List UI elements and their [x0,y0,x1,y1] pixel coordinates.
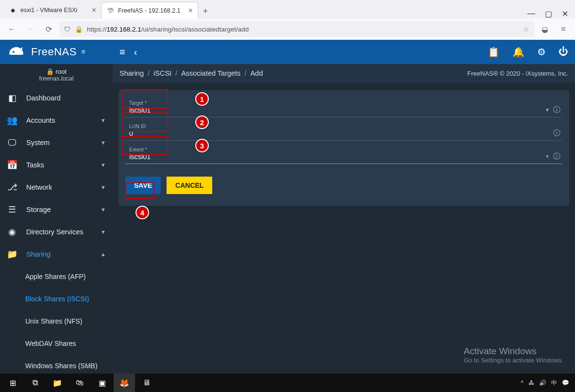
main: ≡ ‹ 📋 🔔 ⚙ ⏻ Sharing/ iSCSI/ Associated T… [113,40,575,374]
app-menu-icon[interactable]: ≡ [556,21,571,37]
content: Target * iscsi01 ▼ ⓘ LUN ID 0 ⓘ Extent * [113,82,575,374]
sidebar-item-sharing[interactable]: 📁Sharing▲ [0,243,113,265]
close-icon[interactable]: × [92,6,96,15]
target-value: iscsi01 [129,106,549,114]
tab-title: esxi1 - VMware ESXi [20,7,77,14]
bookmark-icon[interactable]: ☆ [523,25,529,33]
start-button[interactable]: ⊞ [2,374,23,392]
windows-activation-watermark: Activate Windows Go to Settings to activ… [464,346,563,364]
gear-icon[interactable]: ⚙ [537,46,546,58]
tasks-icon: 📅 [7,160,17,170]
address-row: ← → ⟳ 🛡 🔒 https://192.168.2.1/ui/sharing… [0,18,575,40]
sidebar-item-storage[interactable]: ☰Storage▼ [0,198,113,221]
browser-chrome: ◆ esxi1 - VMware ESXi × 🦈 FreeNAS - 192.… [0,0,575,40]
save-button[interactable]: SAVE [125,177,161,194]
forward-button[interactable]: → [22,21,38,37]
sidebar-item-system[interactable]: 🖵System▼ [0,131,113,154]
back-icon[interactable]: ‹ [134,47,137,58]
shield-icon: 🛡 [64,26,71,33]
chevron-down-icon: ▼ [101,184,106,190]
tray-volume-icon[interactable]: 🔊 [539,379,546,386]
tab-strip: ◆ esxi1 - VMware ESXi × 🦈 FreeNAS - 192.… [0,0,575,18]
nav: ◧Dashboard 👥Accounts▼ 🖵System▼ 📅Tasks▼ ⎇… [0,87,113,374]
system-icon: 🖵 [7,138,17,148]
tray-ime-icon[interactable]: 中 [551,379,557,387]
hostname: freenas.local [0,75,113,82]
chevron-down-icon: ▼ [101,229,106,235]
tray-network-icon[interactable]: 🖧 [528,379,534,386]
sidebar-sub-nfs[interactable]: Unix Shares (NFS) [0,310,113,332]
sidebar-item-network[interactable]: ⎇Network▼ [0,176,113,198]
brand[interactable]: FreeNAS® [0,40,113,64]
window-close-icon[interactable]: ✕ [562,9,568,18]
cancel-button[interactable]: CANCEL [167,177,212,194]
window-minimize-icon[interactable]: — [527,9,535,18]
network-icon: ⎇ [7,182,17,193]
sidebar-item-dashboard[interactable]: ◧Dashboard [0,87,113,109]
save-to-pocket-icon[interactable]: ◒ [537,21,553,37]
breadcrumb: Sharing/ iSCSI/ Associated Targets/ Add … [113,64,575,82]
lock-icon: 🔒 [46,68,54,75]
chevron-down-icon[interactable]: ▼ [545,154,550,159]
url-text: https://192.168.2.1/ui/sharing/iscsi/ass… [87,26,249,33]
help-icon[interactable]: ⓘ [553,129,560,138]
topbar: ≡ ‹ 📋 🔔 ⚙ ⏻ [113,40,575,64]
user-block: 🔒 root freenas.local [0,64,113,87]
directory-icon: ◉ [7,227,17,237]
vmware-favicon: ◆ [9,6,17,14]
system-tray[interactable]: ^ 🖧 🔊 中 💬 [521,379,573,387]
terminal-icon[interactable]: ▣ [91,374,113,392]
sidebar-sub-webdav[interactable]: WebDAV Shares [0,332,113,355]
sidebar-sub-smb[interactable]: Windows Shares (SMB) [0,355,113,374]
sidebar-item-accounts[interactable]: 👥Accounts▼ [0,109,113,131]
sidebar-sub-iscsi[interactable]: Block Shares (iSCSI) [0,288,113,310]
ms-store-icon[interactable]: 🛍 [69,374,90,392]
field-lunid[interactable]: LUN ID 0 ⓘ [125,121,562,141]
dashboard-icon: ◧ [7,93,17,103]
lunid-label: LUN ID [129,123,549,129]
tray-chevron-icon[interactable]: ^ [521,379,524,386]
crumb-add: Add [250,69,263,77]
field-extent[interactable]: Extent * iscsi01 ▼ ⓘ [125,145,562,164]
freenas-logo-icon [7,45,26,59]
tray-notifications-icon[interactable]: 💬 [562,379,569,386]
windows-taskbar: ⊞ ⧉ 📁 🛍 ▣ 🦊 🖥 ^ 🖧 🔊 中 💬 [0,374,575,392]
power-icon[interactable]: ⏻ [558,46,568,58]
chevron-down-icon: ▼ [101,162,106,168]
file-explorer-icon[interactable]: 📁 [47,374,68,392]
crumb-sharing[interactable]: Sharing [119,69,144,77]
url-bar[interactable]: 🛡 🔒 https://192.168.2.1/ui/sharing/iscsi… [59,21,534,37]
tab-title: FreeNAS - 192.168.2.1 [118,7,181,14]
vmware-icon[interactable]: 🖥 [136,374,157,392]
sidebar-item-tasks[interactable]: 📅Tasks▼ [0,154,113,176]
menu-icon[interactable]: ≡ [119,47,125,58]
field-target[interactable]: Target * iscsi01 ▼ ⓘ [125,98,562,117]
crumb-associated-targets[interactable]: Associated Targets [181,69,240,77]
firefox-icon[interactable]: 🦊 [114,374,135,392]
annotation-number-3: 3 [195,139,209,152]
close-icon[interactable]: × [188,6,193,15]
task-view-icon[interactable]: ⧉ [24,374,46,392]
reload-button[interactable]: ⟳ [41,21,56,37]
extent-value: iscsi01 [129,153,549,161]
chevron-down-icon: ▼ [101,140,106,146]
annotation-number-4: 4 [135,206,149,219]
window-maximize-icon[interactable]: ▢ [545,9,552,18]
tab-freenas[interactable]: 🦈 FreeNAS - 192.168.2.1 × [101,2,198,18]
sharing-icon: 📁 [7,249,17,260]
chevron-down-icon[interactable]: ▼ [545,107,550,113]
chevron-down-icon: ▼ [101,117,106,123]
form-card: Target * iscsi01 ▼ ⓘ LUN ID 0 ⓘ Extent * [118,90,569,206]
help-icon[interactable]: ⓘ [553,152,560,161]
sidebar-item-directory-services[interactable]: ◉Directory Services▼ [0,221,113,243]
help-icon[interactable]: ⓘ [553,105,560,114]
clipboard-icon[interactable]: 📋 [488,46,500,58]
new-tab-button[interactable]: + [198,4,213,18]
copyright: FreeNAS® © 2020 - iXsystems, Inc. [467,70,568,77]
back-button[interactable]: ← [4,21,19,37]
tab-esxi[interactable]: ◆ esxi1 - VMware ESXi × [4,2,101,18]
sidebar-sub-afp[interactable]: Apple Shares (AFP) [0,265,113,288]
crumb-iscsi[interactable]: iSCSI [153,69,171,77]
freenas-favicon: 🦈 [106,7,114,15]
bell-icon[interactable]: 🔔 [512,46,524,58]
